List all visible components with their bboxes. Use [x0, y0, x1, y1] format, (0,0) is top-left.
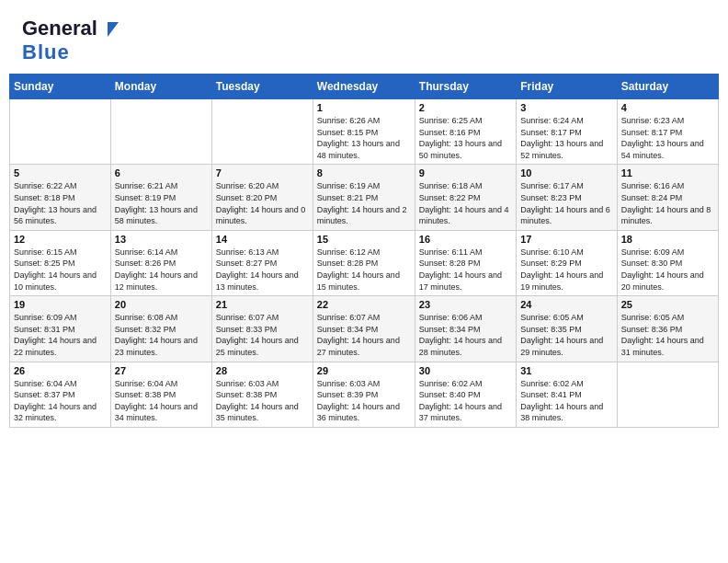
day-number: 15 — [317, 234, 411, 245]
day-number: 1 — [317, 102, 411, 113]
day-number: 27 — [115, 365, 208, 376]
calendar-cell: 21Sunrise: 6:07 AMSunset: 8:33 PMDayligh… — [211, 296, 313, 362]
cell-content: Sunrise: 6:08 AMSunset: 8:32 PMDaylight:… — [115, 312, 208, 358]
day-number: 21 — [216, 299, 309, 310]
calendar-cell: 22Sunrise: 6:07 AMSunset: 8:34 PMDayligh… — [313, 296, 415, 362]
calendar-cell: 5Sunrise: 6:22 AMSunset: 8:18 PMDaylight… — [10, 165, 111, 230]
calendar-cell: 29Sunrise: 6:03 AMSunset: 8:39 PMDayligh… — [313, 362, 415, 427]
cell-content: Sunrise: 6:10 AMSunset: 8:29 PMDaylight:… — [520, 247, 612, 293]
cell-content: Sunrise: 6:14 AMSunset: 8:26 PMDaylight:… — [115, 247, 208, 293]
day-number: 26 — [14, 365, 107, 376]
day-number: 18 — [621, 234, 714, 245]
day-number: 25 — [621, 299, 714, 310]
logo: General Blue — [22, 17, 119, 64]
calendar-week-5: 26Sunrise: 6:04 AMSunset: 8:37 PMDayligh… — [10, 362, 719, 427]
cell-content: Sunrise: 6:25 AMSunset: 8:16 PMDaylight:… — [419, 115, 512, 161]
cell-content: Sunrise: 6:04 AMSunset: 8:38 PMDaylight:… — [115, 378, 208, 424]
cell-content: Sunrise: 6:03 AMSunset: 8:39 PMDaylight:… — [317, 378, 411, 424]
cell-content: Sunrise: 6:02 AMSunset: 8:40 PMDaylight:… — [419, 378, 512, 424]
cell-content: Sunrise: 6:03 AMSunset: 8:38 PMDaylight:… — [216, 378, 309, 424]
weekday-header-saturday: Saturday — [617, 75, 718, 99]
cell-content: Sunrise: 6:02 AMSunset: 8:41 PMDaylight:… — [520, 378, 612, 424]
day-number: 22 — [317, 299, 411, 310]
day-number: 14 — [216, 234, 309, 245]
day-number: 11 — [621, 167, 714, 178]
cell-content: Sunrise: 6:05 AMSunset: 8:36 PMDaylight:… — [621, 312, 714, 358]
calendar-cell: 8Sunrise: 6:19 AMSunset: 8:21 PMDaylight… — [313, 165, 415, 230]
cell-content: Sunrise: 6:05 AMSunset: 8:35 PMDaylight:… — [520, 312, 612, 358]
day-number: 19 — [14, 299, 107, 310]
cell-content: Sunrise: 6:16 AMSunset: 8:24 PMDaylight:… — [621, 180, 714, 226]
cell-content: Sunrise: 6:20 AMSunset: 8:20 PMDaylight:… — [216, 180, 309, 226]
day-number: 4 — [621, 102, 714, 113]
cell-content: Sunrise: 6:09 AMSunset: 8:31 PMDaylight:… — [14, 312, 107, 358]
weekday-header-friday: Friday — [517, 75, 617, 99]
cell-content: Sunrise: 6:17 AMSunset: 8:23 PMDaylight:… — [520, 180, 612, 226]
calendar-cell: 19Sunrise: 6:09 AMSunset: 8:31 PMDayligh… — [10, 296, 111, 362]
cell-content: Sunrise: 6:15 AMSunset: 8:25 PMDaylight:… — [14, 247, 107, 293]
day-number: 6 — [115, 167, 208, 178]
calendar-cell: 6Sunrise: 6:21 AMSunset: 8:19 PMDaylight… — [110, 165, 211, 230]
calendar-cell — [110, 99, 211, 165]
calendar-cell: 23Sunrise: 6:06 AMSunset: 8:34 PMDayligh… — [415, 296, 516, 362]
calendar-cell — [211, 99, 313, 165]
calendar-cell: 16Sunrise: 6:11 AMSunset: 8:28 PMDayligh… — [415, 230, 516, 295]
calendar-cell: 12Sunrise: 6:15 AMSunset: 8:25 PMDayligh… — [10, 230, 111, 295]
calendar-table: SundayMondayTuesdayWednesdayThursdayFrid… — [9, 74, 719, 428]
day-number: 24 — [520, 299, 612, 310]
calendar-cell: 1Sunrise: 6:26 AMSunset: 8:15 PMDaylight… — [313, 99, 415, 165]
day-number: 30 — [419, 365, 512, 376]
calendar-cell: 27Sunrise: 6:04 AMSunset: 8:38 PMDayligh… — [110, 362, 211, 427]
cell-content: Sunrise: 6:13 AMSunset: 8:27 PMDaylight:… — [216, 247, 309, 293]
header: General Blue — [0, 0, 728, 74]
calendar-cell: 15Sunrise: 6:12 AMSunset: 8:28 PMDayligh… — [313, 230, 415, 295]
calendar-week-3: 12Sunrise: 6:15 AMSunset: 8:25 PMDayligh… — [10, 230, 719, 295]
weekday-header-thursday: Thursday — [415, 75, 516, 99]
calendar-cell: 9Sunrise: 6:18 AMSunset: 8:22 PMDaylight… — [415, 165, 516, 230]
calendar-cell — [617, 362, 718, 427]
cell-content: Sunrise: 6:09 AMSunset: 8:30 PMDaylight:… — [621, 247, 714, 293]
calendar-week-2: 5Sunrise: 6:22 AMSunset: 8:18 PMDaylight… — [10, 165, 719, 230]
page: General Blue SundayMondayTuesdayWednesda… — [0, 0, 728, 563]
cell-content: Sunrise: 6:11 AMSunset: 8:28 PMDaylight:… — [419, 247, 512, 293]
calendar-cell: 31Sunrise: 6:02 AMSunset: 8:41 PMDayligh… — [517, 362, 617, 427]
day-number: 17 — [520, 234, 612, 245]
calendar-cell: 30Sunrise: 6:02 AMSunset: 8:40 PMDayligh… — [415, 362, 516, 427]
calendar-cell: 17Sunrise: 6:10 AMSunset: 8:29 PMDayligh… — [517, 230, 617, 295]
calendar-cell: 7Sunrise: 6:20 AMSunset: 8:20 PMDaylight… — [211, 165, 313, 230]
cell-content: Sunrise: 6:24 AMSunset: 8:17 PMDaylight:… — [520, 115, 612, 161]
calendar-cell: 4Sunrise: 6:23 AMSunset: 8:17 PMDaylight… — [617, 99, 718, 165]
day-number: 16 — [419, 234, 512, 245]
calendar-week-1: 1Sunrise: 6:26 AMSunset: 8:15 PMDaylight… — [10, 99, 719, 165]
day-number: 13 — [115, 234, 208, 245]
calendar-cell — [10, 99, 111, 165]
calendar-cell: 25Sunrise: 6:05 AMSunset: 8:36 PMDayligh… — [617, 296, 718, 362]
calendar-week-4: 19Sunrise: 6:09 AMSunset: 8:31 PMDayligh… — [10, 296, 719, 362]
svg-marker-0 — [108, 22, 119, 37]
calendar-cell: 20Sunrise: 6:08 AMSunset: 8:32 PMDayligh… — [110, 296, 211, 362]
cell-content: Sunrise: 6:26 AMSunset: 8:15 PMDaylight:… — [317, 115, 411, 161]
day-number: 3 — [520, 102, 612, 113]
cell-content: Sunrise: 6:21 AMSunset: 8:19 PMDaylight:… — [115, 180, 208, 226]
calendar-cell: 28Sunrise: 6:03 AMSunset: 8:38 PMDayligh… — [211, 362, 313, 427]
weekday-header-tuesday: Tuesday — [211, 75, 313, 99]
cell-content: Sunrise: 6:22 AMSunset: 8:18 PMDaylight:… — [14, 180, 107, 226]
logo-icon — [98, 20, 119, 40]
weekday-header-sunday: Sunday — [10, 75, 111, 99]
day-number: 28 — [216, 365, 309, 376]
cell-content: Sunrise: 6:06 AMSunset: 8:34 PMDaylight:… — [419, 312, 512, 358]
calendar-cell: 11Sunrise: 6:16 AMSunset: 8:24 PMDayligh… — [617, 165, 718, 230]
calendar-cell: 2Sunrise: 6:25 AMSunset: 8:16 PMDaylight… — [415, 99, 516, 165]
weekday-header-wednesday: Wednesday — [313, 75, 415, 99]
day-number: 5 — [14, 167, 107, 178]
day-number: 12 — [14, 234, 107, 245]
calendar-cell: 13Sunrise: 6:14 AMSunset: 8:26 PMDayligh… — [110, 230, 211, 295]
day-number: 23 — [419, 299, 512, 310]
day-number: 31 — [520, 365, 612, 376]
day-number: 9 — [419, 167, 512, 178]
cell-content: Sunrise: 6:12 AMSunset: 8:28 PMDaylight:… — [317, 247, 411, 293]
cell-content: Sunrise: 6:23 AMSunset: 8:17 PMDaylight:… — [621, 115, 714, 161]
cell-content: Sunrise: 6:19 AMSunset: 8:21 PMDaylight:… — [317, 180, 411, 226]
calendar-cell: 14Sunrise: 6:13 AMSunset: 8:27 PMDayligh… — [211, 230, 313, 295]
day-number: 7 — [216, 167, 309, 178]
